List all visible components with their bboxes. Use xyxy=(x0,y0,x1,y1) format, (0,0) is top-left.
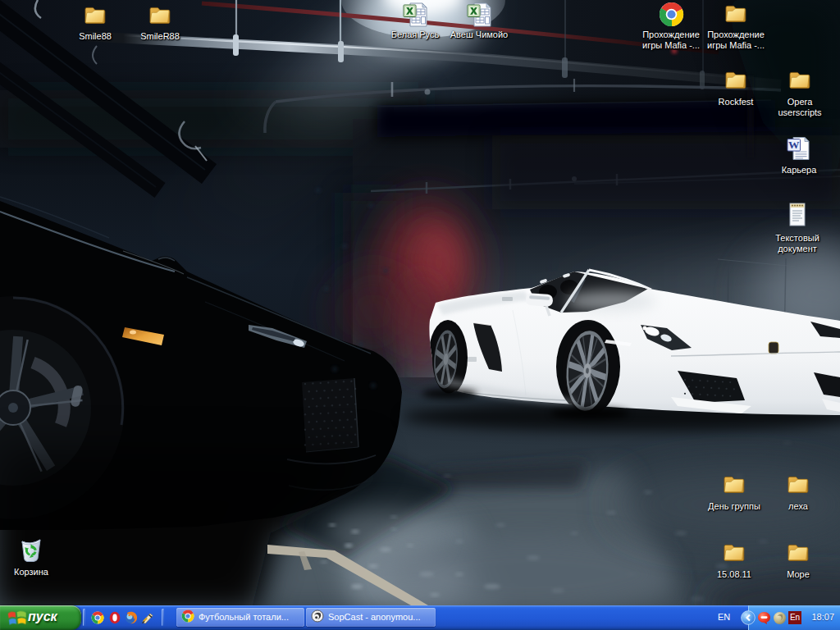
svg-text:W: W xyxy=(788,139,800,151)
